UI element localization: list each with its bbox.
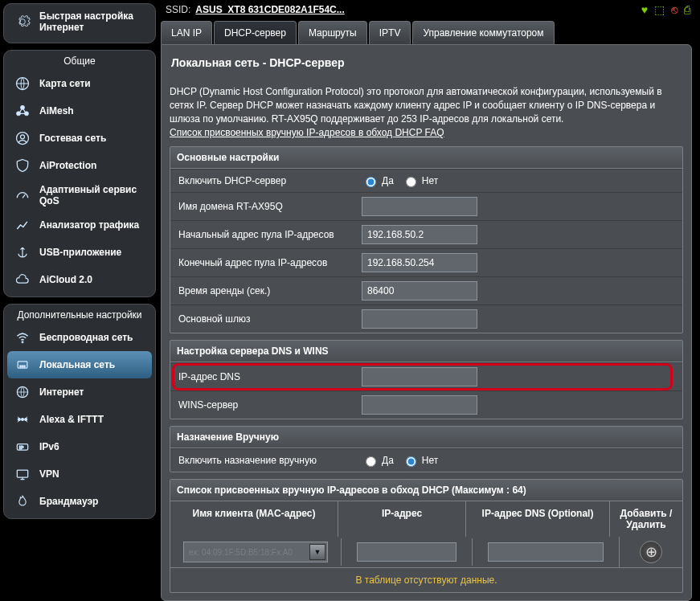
advanced-title: Дополнительные настройки xyxy=(7,308,152,324)
svg-point-5 xyxy=(21,135,25,139)
sidebar-item-network-map[interactable]: Карта сети xyxy=(7,70,152,97)
description-text: DHCP (Dynamic Host Configuration Protoco… xyxy=(170,86,662,125)
enable-dhcp-yes-radio[interactable] xyxy=(366,177,376,187)
mesh-icon xyxy=(12,102,33,120)
sidebar-item-label: AiProtection xyxy=(39,160,96,171)
quick-setup-box: Быстрая настройкаИнтернет xyxy=(3,3,156,43)
col-dns: IP-адрес DNS (Optional) xyxy=(465,501,609,537)
manual-no-radio[interactable] xyxy=(406,456,416,467)
svg-point-10 xyxy=(21,418,23,420)
tab-dhcp[interactable]: DHCP-сервер xyxy=(214,21,297,44)
col-add: Добавить / Удалить xyxy=(609,501,682,537)
lease-label: Время аренды (сек.) xyxy=(170,280,355,302)
manual-yes[interactable]: Да xyxy=(362,454,394,467)
sidebar-item-wireless[interactable]: Беспроводная сеть xyxy=(7,324,152,351)
manual-dns-input[interactable] xyxy=(488,542,604,562)
sidebar-item-vpn[interactable]: VPN xyxy=(7,460,152,488)
gauge-icon xyxy=(12,186,33,204)
sidebar-item-label: Адаптивный сервис QoS xyxy=(39,184,147,206)
svg-point-3 xyxy=(21,105,25,109)
sidebar-item-label: USB-приложение xyxy=(39,247,121,258)
main-content: SSID: ASUS_XT8 631CDE082A1F54C... ♥ ⬚ ⎋ … xyxy=(159,0,700,601)
tab-iptv[interactable]: IPTV xyxy=(369,21,411,44)
sidebar-item-wan[interactable]: Интернет xyxy=(7,378,152,406)
dns-title: Настройка сервера DNS и WINS xyxy=(170,341,682,362)
sidebar-item-label: Интернет xyxy=(39,386,84,398)
pool-end-input[interactable] xyxy=(362,253,477,272)
ssid-bar: SSID: ASUS_XT8 631CDE082A1F54C... ♥ ⬚ ⎋ … xyxy=(161,2,692,21)
sidebar-item-usb[interactable]: USB-приложение xyxy=(7,239,152,266)
manual-list-group: Список присвоенных вручную IP-адресов в … xyxy=(170,479,683,593)
manual-ip-input[interactable] xyxy=(357,542,456,562)
ssid-label: SSID: xyxy=(166,4,190,15)
advanced-box: Дополнительные настройки Беспроводная се… xyxy=(3,304,156,519)
dns-ip-input[interactable] xyxy=(362,367,477,386)
status-usb-icon[interactable]: ⎋ xyxy=(671,3,677,16)
sidebar-item-label: VPN xyxy=(39,468,59,480)
status-lan-icon[interactable]: ⬚ xyxy=(654,3,665,16)
svg-point-6 xyxy=(22,341,23,343)
gateway-input[interactable] xyxy=(362,309,477,329)
dns-ip-label: IP-адрес DNS xyxy=(170,366,355,388)
sidebar-item-label: Alexa & IFTTT xyxy=(39,414,104,425)
sidebar-item-traffic[interactable]: Анализатор трафика xyxy=(7,211,152,239)
plus-icon: ⊕ xyxy=(645,543,657,561)
tab-switch[interactable]: Управление коммутатором xyxy=(412,21,554,44)
description: DHCP (Dynamic Host Configuration Protoco… xyxy=(170,85,683,140)
manual-no[interactable]: Нет xyxy=(402,454,438,467)
sidebar-item-label: Анализатор трафика xyxy=(39,219,139,231)
page-title: Локальная сеть - DHCP-сервер xyxy=(170,53,683,72)
enable-dhcp-yes[interactable]: Да xyxy=(362,174,394,187)
sidebar-item-label: Карта сети xyxy=(39,78,91,89)
sidebar-item-aiprotection[interactable]: AiProtection xyxy=(7,152,152,179)
sidebar-item-label: Беспроводная сеть xyxy=(39,332,133,343)
tab-lan-ip[interactable]: LAN IP xyxy=(161,21,212,44)
sidebar-item-label: Локальная сеть xyxy=(39,359,115,370)
lease-input[interactable] xyxy=(362,281,477,300)
sidebar-item-qos[interactable]: Адаптивный сервис QoS xyxy=(7,179,152,211)
col-ip: IP-адрес xyxy=(338,501,465,537)
status-wifi-icon[interactable]: ♥ xyxy=(641,3,648,16)
wifi-icon xyxy=(12,329,33,346)
enable-dhcp-no[interactable]: Нет xyxy=(402,174,438,187)
enable-dhcp-no-radio[interactable] xyxy=(406,177,416,187)
domain-input[interactable] xyxy=(362,197,477,216)
sidebar-item-quick-setup[interactable]: Быстрая настройкаИнтернет xyxy=(7,7,152,39)
ip-icon: IP xyxy=(12,438,33,456)
sidebar-item-aicloud[interactable]: AiCloud 2.0 xyxy=(7,266,152,293)
add-button[interactable]: ⊕ xyxy=(640,541,662,563)
manual-title: Назначение Вручную xyxy=(170,427,682,448)
guest-icon xyxy=(12,129,33,147)
pool-start-input[interactable] xyxy=(362,225,477,244)
tab-bar: LAN IP DHCP-сервер Маршруты IPTV Управле… xyxy=(161,21,692,44)
client-select[interactable]: ex: 04:09:1F:5D:B5:18:Fx:A0▼ xyxy=(183,542,328,562)
sidebar-item-alexa[interactable]: Alexa & IFTTT xyxy=(7,406,152,433)
sidebar-item-firewall[interactable]: Брандмауэр xyxy=(7,488,152,515)
col-client: Имя клиента (MAC-адрес) xyxy=(170,501,338,537)
manual-yes-radio[interactable] xyxy=(366,456,376,467)
svg-text:IP: IP xyxy=(19,445,24,450)
basic-group: Основные настройки Включить DHCP-сервер … xyxy=(170,146,683,333)
chevron-down-icon[interactable]: ▼ xyxy=(309,544,325,560)
chart-icon xyxy=(12,216,33,234)
globe-icon xyxy=(12,75,33,92)
tab-routes[interactable]: Маршруты xyxy=(298,21,367,44)
ssid-value[interactable]: ASUS_XT8 631CDE082A1F54C... xyxy=(195,4,344,15)
manual-enable-label: Включить назначение вручную xyxy=(170,449,355,472)
faq-link[interactable]: Список присвоенных вручную IP-адресов в … xyxy=(170,127,444,138)
manual-list-input-row: ex: 04:09:1F:5D:B5:18:Fx:A0▼ ⊕ xyxy=(170,537,682,567)
panel: Локальная сеть - DHCP-сервер DHCP (Dynam… xyxy=(161,44,692,601)
sidebar-item-ipv6[interactable]: IPIPv6 xyxy=(7,433,152,460)
manual-group: Назначение Вручную Включить назначение в… xyxy=(170,426,683,472)
quick-setup-label: Быстрая настройкаИнтернет xyxy=(39,10,133,33)
general-box: Общие Карта сети AiMesh Гостевая сеть Ai… xyxy=(3,50,156,297)
wins-input[interactable] xyxy=(362,395,477,415)
empty-message: В таблице отсутствуют данные. xyxy=(170,567,682,592)
wins-label: WINS-сервер xyxy=(170,394,355,416)
status-client-icon[interactable]: ⎙ xyxy=(684,3,690,16)
sidebar-item-guest[interactable]: Гостевая сеть xyxy=(7,125,152,152)
sidebar-item-lan[interactable]: Локальная сеть xyxy=(7,351,152,378)
sidebar-item-aimesh[interactable]: AiMesh xyxy=(7,97,152,125)
gear-icon xyxy=(12,13,33,31)
shield-icon xyxy=(12,157,33,174)
